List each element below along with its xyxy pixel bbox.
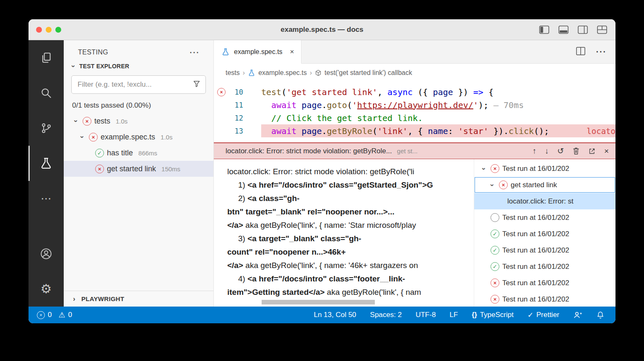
test-run-item[interactable]: ›×Test run at 16/01/202 <box>474 160 615 177</box>
line-number: 10 <box>226 88 243 96</box>
window-title: example.spec.ts — docs <box>280 26 363 34</box>
error-message-line: 2) <a class="gh- <box>227 192 474 205</box>
error-message-line: locator.click: Error: strict mode violat… <box>227 165 474 178</box>
code-line[interactable]: 12 // Click the get started link. <box>214 111 615 124</box>
result-label: Test run at 16/01/202 <box>502 295 569 304</box>
pass-icon: ✓ <box>491 262 499 271</box>
pending-icon <box>491 213 499 222</box>
indentation-setting[interactable]: Spaces: 2 <box>370 311 402 319</box>
titlebar[interactable]: example.spec.ts — docs <box>29 19 615 40</box>
warning-icon: ⚠ <box>58 311 65 319</box>
code-text: await page.getByRole('link', { name: 'st… <box>261 126 549 136</box>
test-run-item[interactable]: ›✓Test run at 16/01/202 <box>474 258 615 275</box>
error-message-line: 1) <a href="/docs/intro" class="getStart… <box>227 178 474 192</box>
error-count-icon: × <box>37 311 45 319</box>
sidebar-title: TESTING <box>78 49 108 56</box>
test-results-panel: ›×Test run at 16/01/202›×get started lin… <box>474 159 615 307</box>
tab-label: example.spec.ts <box>234 48 283 56</box>
notifications-bell-icon[interactable] <box>596 311 605 319</box>
chevron-right-icon: › <box>243 69 245 77</box>
result-label: Test run at 16/01/202 <box>502 263 569 271</box>
cursor-position[interactable]: Ln 13, Col 50 <box>314 311 356 319</box>
open-in-editor-icon[interactable] <box>588 147 596 155</box>
breadcrumb-symbol[interactable]: test('get started link') callback <box>325 69 412 77</box>
testing-icon[interactable] <box>29 146 64 181</box>
more-views-icon[interactable]: ⋯ <box>29 181 64 216</box>
test-explorer-section-header[interactable]: › TEST EXPLORER <box>64 59 213 73</box>
trash-icon[interactable] <box>572 147 580 155</box>
code-content: await page.goto('https://playwright.dev/… <box>261 98 615 111</box>
zoom-window-button[interactable] <box>55 27 61 33</box>
chevron-right-icon: › <box>70 295 78 303</box>
test-filter-input[interactable] <box>78 80 190 89</box>
code-line[interactable]: 13 await page.getByRole('link', { name: … <box>214 124 615 137</box>
test-run-item[interactable]: ›×Test run at 16/01/202 <box>474 291 615 307</box>
code-line[interactable]: ×10test('get started link', async ({ pag… <box>214 85 615 98</box>
test-run-item[interactable]: ›Test run at 16/01/202 <box>474 209 615 226</box>
test-run-item[interactable]: ›locator.click: Error: st <box>474 193 615 209</box>
formatter-status[interactable]: ✓ Prettier <box>527 311 559 320</box>
breadcrumb-folder[interactable]: tests <box>226 69 240 77</box>
symbol-icon <box>315 70 322 76</box>
error-icon: × <box>491 278 499 287</box>
feedback-icon[interactable] <box>573 311 582 319</box>
code-line[interactable]: 11 await page.goto('https://playwright.d… <box>214 98 615 111</box>
test-run-item[interactable]: ›×get started link <box>474 177 615 193</box>
more-actions-icon[interactable]: ⋯ <box>189 50 199 54</box>
more-actions-icon[interactable]: ⋯ <box>595 49 606 54</box>
playwright-section-header[interactable]: › PLAYWRIGHT <box>64 291 213 307</box>
result-label: Test run at 16/01/202 <box>502 246 569 255</box>
test-tree-item[interactable]: ›×tests1.0s <box>64 113 213 129</box>
source-control-icon[interactable] <box>29 111 64 146</box>
sidebar-header: TESTING ⋯ <box>64 40 213 59</box>
close-window-button[interactable] <box>36 27 42 33</box>
toggle-secondary-sidebar-icon[interactable] <box>578 26 588 36</box>
language-mode[interactable]: {} TypeScript <box>472 311 514 319</box>
peek-title: locator.click: Error: strict mode violat… <box>226 147 392 155</box>
error-message-line: </a> aka getByRole('link', { name: '46k+… <box>227 259 474 272</box>
previous-error-icon[interactable]: ↑ <box>532 147 537 155</box>
minimize-window-button[interactable] <box>46 27 52 33</box>
history-icon[interactable]: ↺ <box>557 147 564 155</box>
account-icon[interactable] <box>29 236 64 271</box>
test-tree-item[interactable]: ›×example.spec.ts1.0s <box>64 129 213 145</box>
tab-example-spec-ts[interactable]: example.spec.ts × <box>214 40 301 64</box>
status-right: Ln 13, Col 50 Spaces: 2 UTF-8 LF {} Type… <box>314 311 605 320</box>
split-editor-icon[interactable] <box>576 47 585 57</box>
error-message-line: 3) <a target="_blank" class="gh- <box>227 232 474 245</box>
beaker-icon <box>248 69 255 77</box>
toggle-primary-sidebar-icon[interactable] <box>539 26 549 36</box>
error-message-line: item">Getting started</a> aka getByRole(… <box>227 286 474 299</box>
error-message-line: count" rel="noopener n...>46k+ <box>227 245 474 259</box>
tests-summary: 0/1 tests passed (0.00%) <box>64 95 213 113</box>
peek-meta: get st... <box>397 147 418 155</box>
next-error-icon[interactable]: ↓ <box>545 147 549 155</box>
test-tree-item[interactable]: ›✓has title866ms <box>64 145 213 161</box>
encoding-setting[interactable]: UTF-8 <box>415 311 436 319</box>
peek-actions: ↑ ↓ ↺ × <box>532 147 609 155</box>
breadcrumb-file[interactable]: example.spec.ts <box>258 69 307 77</box>
search-icon[interactable] <box>29 75 64 111</box>
editor-group: example.spec.ts × ⋯ tests › example.spec… <box>214 40 615 307</box>
toggle-panel-icon[interactable] <box>558 26 569 36</box>
horizontal-scrollbar[interactable] <box>262 300 375 304</box>
code-content: test('get started link', async ({ page }… <box>261 85 615 98</box>
error-icon: × <box>491 164 499 173</box>
close-tab-icon[interactable]: × <box>290 48 294 56</box>
layout-controls <box>539 26 607 36</box>
customize-layout-icon[interactable] <box>597 26 607 36</box>
test-name: has title <box>107 149 133 157</box>
line-number: 12 <box>226 114 243 122</box>
test-tree-item[interactable]: ›×get started link150ms <box>64 161 213 177</box>
explorer-icon[interactable] <box>29 40 64 75</box>
settings-gear-icon[interactable]: ⚙ <box>29 271 64 307</box>
eol-setting[interactable]: LF <box>449 311 458 319</box>
close-peek-icon[interactable]: × <box>604 147 609 155</box>
test-run-item[interactable]: ›×Test run at 16/01/202 <box>474 275 615 291</box>
test-run-item[interactable]: ›✓Test run at 16/01/202 <box>474 242 615 258</box>
test-run-item[interactable]: ›✓Test run at 16/01/202 <box>474 226 615 242</box>
code-editor[interactable]: ×10test('get started link', async ({ pag… <box>214 82 615 142</box>
result-label: locator.click: Error: st <box>507 197 574 206</box>
filter-icon[interactable] <box>193 80 200 89</box>
problems-summary[interactable]: × 0 ⚠ 0 <box>37 311 72 319</box>
